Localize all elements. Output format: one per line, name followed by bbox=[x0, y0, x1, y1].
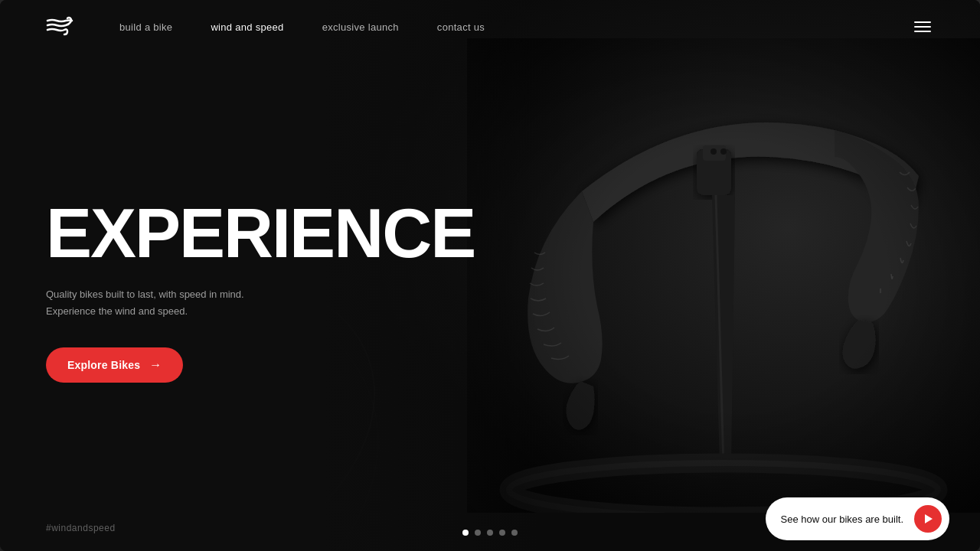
play-icon bbox=[925, 514, 933, 523]
hero-subtitle: Quality bikes built to last, with speed … bbox=[46, 286, 276, 320]
logo-icon bbox=[46, 15, 74, 36]
nav-link-contact[interactable]: contact us bbox=[437, 21, 485, 33]
menu-line-1 bbox=[914, 21, 931, 23]
video-play-button[interactable] bbox=[914, 505, 942, 533]
slide-dots bbox=[462, 530, 518, 536]
logo[interactable] bbox=[46, 15, 74, 39]
nav-link-build[interactable]: build a bike bbox=[119, 21, 172, 33]
menu-line-3 bbox=[914, 31, 931, 32]
explore-btn-label: Explore Bikes bbox=[67, 359, 140, 371]
hashtag-text: #windandspeed bbox=[46, 523, 116, 533]
browser-frame: build a bike wind and speed exclusive la… bbox=[0, 0, 980, 551]
svg-rect-7 bbox=[467, 38, 980, 513]
slide-dot-4[interactable] bbox=[499, 530, 505, 536]
hero-content: EXPERIENCE Quality bikes built to last, … bbox=[46, 199, 475, 383]
nav-links: build a bike wind and speed exclusive la… bbox=[119, 21, 911, 33]
hero-section: build a bike wind and speed exclusive la… bbox=[0, 0, 980, 551]
handlebar-svg bbox=[467, 38, 980, 513]
menu-line-2 bbox=[914, 26, 931, 28]
hero-title: EXPERIENCE bbox=[46, 199, 475, 268]
navbar: build a bike wind and speed exclusive la… bbox=[0, 0, 980, 54]
explore-bikes-button[interactable]: Explore Bikes → bbox=[46, 347, 183, 383]
video-cta[interactable]: See how our bikes are built. bbox=[766, 497, 949, 540]
explore-btn-arrow: → bbox=[149, 358, 162, 372]
slide-dot-5[interactable] bbox=[511, 530, 518, 536]
nav-link-exclusive[interactable]: exclusive launch bbox=[322, 21, 399, 33]
nav-link-wind[interactable]: wind and speed bbox=[211, 21, 283, 33]
slide-dot-2[interactable] bbox=[475, 530, 481, 536]
hamburger-menu-button[interactable] bbox=[911, 18, 934, 35]
slide-dot-1[interactable] bbox=[462, 530, 469, 536]
video-cta-text: See how our bikes are built. bbox=[781, 514, 903, 525]
slide-dot-3[interactable] bbox=[487, 530, 493, 536]
